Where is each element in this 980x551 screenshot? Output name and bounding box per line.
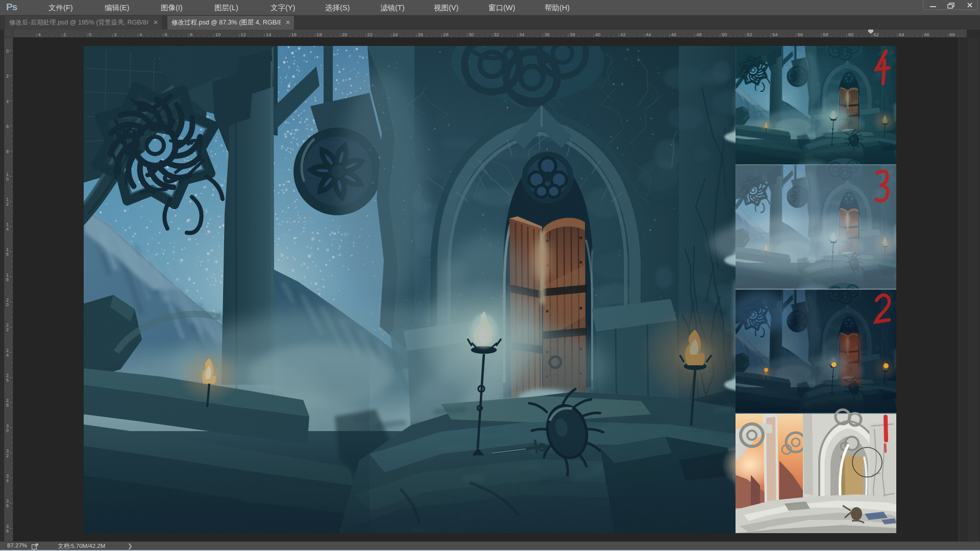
- svg-text:2: 2: [6, 202, 9, 207]
- svg-text:50: 50: [722, 32, 727, 37]
- svg-text:62: 62: [873, 32, 879, 37]
- svg-text:30: 30: [469, 32, 474, 37]
- svg-text:14: 14: [266, 32, 272, 37]
- svg-text:2: 2: [63, 32, 66, 37]
- svg-text:18: 18: [316, 32, 322, 37]
- svg-text:8: 8: [6, 529, 9, 534]
- svg-text:4: 4: [6, 478, 9, 483]
- svg-text:42: 42: [620, 32, 626, 37]
- svg-text:34: 34: [519, 32, 525, 37]
- svg-text:0: 0: [6, 177, 9, 182]
- svg-text:52: 52: [747, 32, 752, 37]
- svg-text:44: 44: [646, 32, 651, 37]
- svg-text:0: 0: [6, 428, 9, 433]
- svg-text:38: 38: [570, 32, 575, 37]
- svg-text:6: 6: [165, 32, 167, 37]
- svg-text:12: 12: [240, 32, 246, 37]
- svg-text:0: 0: [6, 48, 9, 54]
- svg-text:64: 64: [899, 32, 904, 37]
- svg-text:28: 28: [443, 32, 449, 37]
- svg-text:4: 4: [38, 32, 41, 37]
- svg-text:2: 2: [6, 453, 9, 458]
- svg-text:4: 4: [6, 99, 9, 104]
- svg-text:6: 6: [6, 503, 9, 508]
- svg-text:20: 20: [342, 32, 348, 37]
- svg-text:54: 54: [772, 32, 778, 37]
- svg-text:24: 24: [393, 32, 398, 37]
- svg-text:48: 48: [696, 32, 702, 37]
- svg-text:6: 6: [6, 378, 9, 383]
- svg-text:46: 46: [671, 32, 677, 37]
- svg-text:66: 66: [924, 32, 930, 37]
- svg-text:56: 56: [798, 32, 803, 37]
- svg-text:6: 6: [6, 124, 9, 129]
- svg-text:16: 16: [291, 32, 297, 37]
- svg-text:68: 68: [949, 32, 955, 37]
- svg-text:36: 36: [545, 32, 550, 37]
- svg-text:26: 26: [418, 32, 424, 37]
- svg-text:60: 60: [848, 32, 854, 37]
- svg-text:0: 0: [6, 302, 9, 307]
- svg-text:4: 4: [6, 353, 9, 358]
- svg-text:4: 4: [139, 32, 142, 37]
- svg-text:8: 8: [6, 277, 9, 282]
- svg-text:4: 4: [6, 227, 9, 232]
- svg-text:40: 40: [595, 32, 601, 37]
- svg-text:8: 8: [6, 149, 9, 154]
- svg-text:22: 22: [367, 32, 373, 37]
- svg-text:8: 8: [6, 403, 9, 408]
- svg-text:8: 8: [190, 32, 192, 37]
- svg-text:10: 10: [215, 32, 221, 37]
- svg-text:2: 2: [6, 327, 9, 332]
- svg-text:2: 2: [6, 73, 9, 79]
- svg-text:2: 2: [114, 32, 116, 37]
- svg-text:58: 58: [823, 32, 828, 37]
- svg-text:0: 0: [89, 32, 91, 37]
- svg-text:6: 6: [6, 252, 9, 257]
- svg-text:32: 32: [494, 32, 499, 37]
